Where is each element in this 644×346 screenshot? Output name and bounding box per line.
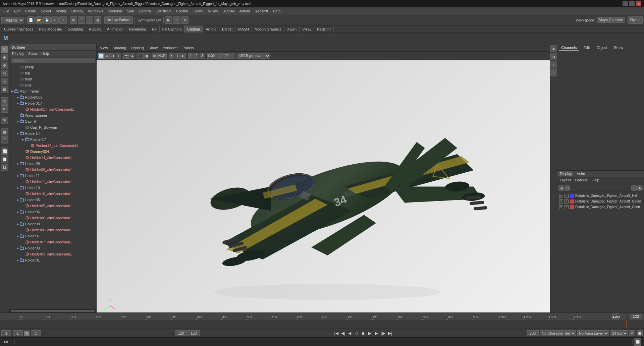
new-scene-button[interactable]: 📄 — [27, 16, 35, 24]
prev-frame-button[interactable]: ◀ — [347, 331, 353, 336]
ipr-button[interactable]: ⊡ — [173, 16, 180, 24]
right-tool-1[interactable]: ◧ — [550, 45, 557, 52]
render-region-button[interactable]: ▦ — [1, 128, 8, 135]
playback-current-frame[interactable] — [175, 330, 187, 336]
window-controls[interactable]: – □ ✕ — [623, 1, 641, 6]
shelf-tab-mash[interactable]: MASH — [235, 25, 252, 33]
close-button[interactable]: ✕ — [636, 1, 641, 6]
wireframe-on-shaded-btn[interactable]: ⬜ — [98, 53, 104, 59]
layer-item[interactable]: V P Futuristic_Damaged_Fighter_Aircraft_… — [558, 205, 643, 210]
save-scene-button[interactable]: 💾 — [43, 16, 51, 24]
viewport-menu-shading[interactable]: Shading — [111, 45, 128, 51]
tree-item-side[interactable]: side — [9, 82, 96, 88]
use-all-lights-btn[interactable]: ☀ — [169, 53, 174, 59]
viewport-menu-panels[interactable]: Panels — [180, 45, 196, 51]
shelf-tab-motion-graphics[interactable]: Motion Graphics — [252, 25, 284, 33]
menu-file[interactable]: File — [1, 8, 11, 14]
tree-item-Holder08[interactable]: ▶Holder08 — [9, 221, 96, 227]
next-key-button[interactable]: |▶ — [381, 331, 386, 336]
playback-end-frame[interactable] — [187, 330, 200, 336]
tree-item-Cap_R_Boyyom[interactable]: Cap_R_Boyyom — [9, 124, 96, 130]
tree-item-Pusher17[interactable]: ▶Pusher17 — [9, 136, 96, 142]
tree-item-Holder11_aimConstraint1[interactable]: Holder11_aimConstraint1 — [9, 179, 96, 185]
menu-control[interactable]: Control — [174, 8, 190, 14]
universal-manip-button[interactable]: ⊞ — [1, 86, 8, 93]
tree-item-Holder11[interactable]: ▶Holder11 — [9, 173, 96, 179]
right-tool-2[interactable]: ◨ — [550, 53, 557, 60]
tab-options[interactable]: Options — [574, 178, 589, 182]
outliner-menu-display[interactable]: Display — [11, 51, 25, 56]
tree-item-Holder03[interactable]: ▶Holder03 — [9, 245, 96, 251]
tree-item-Rocket009[interactable]: ▶Rocket009 — [9, 94, 96, 100]
flat-shade-btn[interactable]: ◑ — [110, 53, 115, 59]
start-frame-input[interactable] — [1, 330, 11, 336]
viewport-menu-show[interactable]: Show — [147, 45, 160, 51]
layer-next-btn[interactable]: ▶ — [637, 185, 643, 191]
tab-anim[interactable]: Anim — [575, 171, 586, 176]
tree-item-Holder14[interactable]: ▶Holder14 — [9, 130, 96, 136]
layer-forward-btn[interactable]: ▷ — [631, 185, 637, 191]
tree-item-persp[interactable]: persp — [9, 64, 96, 70]
shelf-tab-curves-surfaces[interactable]: Curves / Surfaces — [1, 25, 36, 33]
minimize-button[interactable]: – — [623, 1, 628, 6]
scale-tool-button[interactable]: ⤡ — [1, 78, 8, 85]
playback-end-start-input[interactable] — [31, 330, 41, 336]
menu-modify[interactable]: Modify — [54, 8, 68, 14]
tab-channels[interactable]: Channels — [559, 45, 579, 51]
shelf-tab-bifrost[interactable]: Bifrost — [219, 25, 235, 33]
tree-item-Dummy004[interactable]: Dummy004 — [9, 149, 96, 155]
right-tool-4[interactable]: ≡ — [550, 69, 557, 76]
frame-value-1-input[interactable] — [207, 53, 221, 59]
right-tool-3[interactable]: ⊤ — [550, 61, 557, 68]
layer-back-btn[interactable]: ◁ — [565, 185, 570, 191]
tree-item-Holder10[interactable]: ▶Holder10 — [9, 185, 96, 191]
autokey-btn[interactable]: ⬤ — [637, 330, 643, 336]
tab-edit[interactable]: Edit — [581, 45, 592, 51]
smooth-shade-all-btn[interactable]: ● — [104, 53, 110, 59]
workspace-name[interactable]: Maya Classic▾ — [597, 17, 624, 23]
fps-dropdown[interactable]: 24 fps — [610, 330, 628, 336]
lasso-tool-button[interactable]: ⊕ — [1, 54, 8, 61]
tree-item-Holder08_aimConstraint1[interactable]: Holder08_aimConstraint1 — [9, 227, 96, 233]
layer-v-toggle[interactable]: V — [559, 199, 563, 204]
playback-start-input[interactable] — [13, 330, 23, 336]
tree-item-Cap_R[interactable]: ▶Cap_R — [9, 118, 96, 124]
shelf-tab-animation[interactable]: Animation — [104, 25, 126, 33]
graph-editor-button[interactable]: 📈 — [1, 148, 8, 155]
show-hide-button[interactable]: 👁 — [1, 117, 8, 124]
prev-key-button[interactable]: ◀| — [340, 331, 346, 336]
dope-sheet-button[interactable]: 📋 — [1, 156, 8, 163]
mode-dropdown[interactable]: Rigging — [1, 17, 24, 23]
wireframe-btn[interactable]: ○ — [116, 53, 121, 59]
shelf-tab-fx[interactable]: FX — [149, 25, 160, 33]
paint-button[interactable]: ✏ — [1, 105, 8, 113]
menu-create[interactable]: Create — [23, 8, 38, 14]
menu-constrain[interactable]: Constrain — [154, 8, 173, 14]
menu-vray[interactable]: V-Ray — [206, 8, 220, 14]
layer-p-toggle[interactable]: P — [565, 199, 569, 204]
select-tool-button[interactable]: ↖ — [1, 46, 8, 53]
shelf-tab-sculpting[interactable]: Sculpting — [65, 25, 86, 33]
menu-deform[interactable]: Deform — [137, 8, 153, 14]
skip-start-button[interactable]: |◀ — [334, 331, 339, 336]
trax-editor-button[interactable]: 🎞 — [1, 164, 8, 171]
menu-skeleton[interactable]: Skeleton — [106, 8, 124, 14]
tree-item-Holder03_aimConstraint1[interactable]: Holder03_aimConstraint1 — [9, 251, 96, 257]
isolate-select-btn[interactable]: ◈ — [130, 53, 135, 59]
menu-cache[interactable]: Cache — [191, 8, 205, 14]
viewport-canvas[interactable]: 34 — [97, 60, 550, 312]
tree-item-top[interactable]: top — [9, 70, 96, 76]
tab-layers[interactable]: Layers — [558, 178, 572, 182]
end-frame-input[interactable] — [527, 330, 539, 336]
next-frame-button[interactable]: ▶ — [374, 331, 379, 336]
snap-point-button[interactable]: ◦ — [86, 16, 93, 24]
layer-item[interactable]: V P Futuristic_Damaged_Fighter_Aircraft_… — [558, 199, 643, 205]
quality-1-btn[interactable]: 1 — [188, 53, 194, 59]
tree-item-Wing_spinner[interactable]: Wing_spinner — [9, 112, 96, 118]
outliner-tree[interactable]: persp top front side▶Main_frame▶Rocket00… — [9, 64, 96, 309]
tab-layer-help[interactable]: Help — [590, 178, 601, 182]
viewport-menu-renderer[interactable]: Renderer — [160, 45, 180, 51]
render-button-side[interactable]: 🎬 — [1, 136, 8, 143]
no-live-surface-button[interactable]: No Live Surface — [104, 16, 133, 24]
tab-object[interactable]: Object — [594, 45, 609, 51]
